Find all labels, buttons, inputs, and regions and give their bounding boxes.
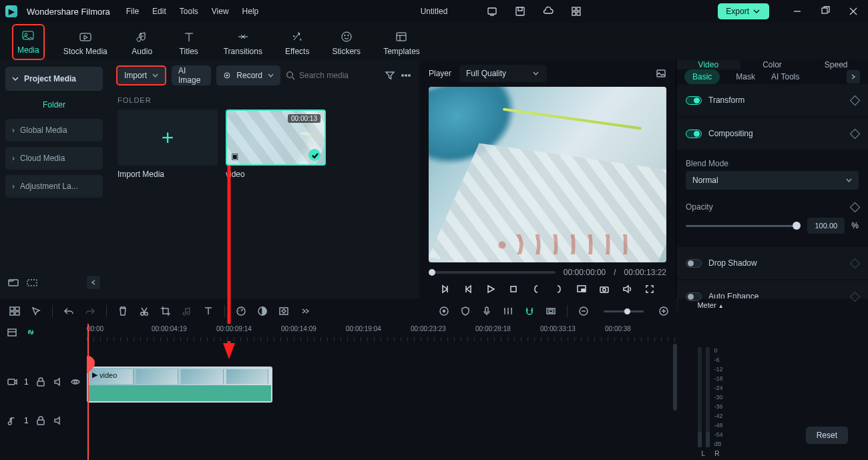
- timeline-ruler[interactable]: 00:0000:00:04:1900:00:09:1400:00:14:0900…: [87, 324, 678, 341]
- magnet-icon[interactable]: [524, 306, 535, 316]
- timeline-scrollbar[interactable]: [673, 344, 677, 411]
- sidebar-item-cloud[interactable]: ›Cloud Media: [5, 147, 103, 170]
- step-back-icon[interactable]: [463, 284, 473, 294]
- import-media-card[interactable]: +: [118, 109, 218, 166]
- menu-edit[interactable]: Edit: [152, 7, 166, 16]
- menu-file[interactable]: File: [126, 7, 139, 16]
- prev-frame-icon[interactable]: [440, 284, 451, 294]
- cloud-icon[interactable]: [543, 6, 554, 17]
- nav-transitions[interactable]: Transitions: [220, 27, 266, 60]
- timeline-options-icon[interactable]: [7, 327, 17, 338]
- record-button[interactable]: Record: [216, 65, 280, 85]
- subtab-more[interactable]: [847, 70, 860, 83]
- grid-icon[interactable]: [571, 6, 582, 17]
- maximize-icon[interactable]: [820, 6, 831, 17]
- transform-toggle[interactable]: [686, 96, 702, 105]
- autoenhance-toggle[interactable]: [686, 292, 702, 301]
- redo-icon[interactable]: [85, 306, 95, 316]
- keyframe-icon[interactable]: [850, 258, 861, 268]
- more-tools-icon[interactable]: [300, 306, 310, 316]
- tab-speed[interactable]: Speed: [804, 60, 868, 69]
- mute-icon[interactable]: [53, 377, 63, 387]
- zoom-in-icon[interactable]: [658, 306, 669, 316]
- zoom-slider[interactable]: [604, 310, 644, 312]
- ai-image-button[interactable]: AI Image: [172, 65, 211, 85]
- nav-audio[interactable]: Audio: [126, 27, 158, 60]
- audio-track-head[interactable]: 1: [0, 401, 87, 440]
- eye-icon[interactable]: [70, 377, 81, 387]
- nav-titles[interactable]: Titles: [173, 27, 205, 60]
- pip-icon[interactable]: [576, 284, 587, 294]
- split-icon[interactable]: [139, 306, 150, 316]
- frame-icon[interactable]: [546, 306, 556, 316]
- voice-icon[interactable]: [481, 306, 492, 316]
- display-icon[interactable]: [487, 6, 497, 17]
- subtab-ai[interactable]: AI Tools: [771, 72, 799, 81]
- opacity-value[interactable]: 100.00: [807, 218, 845, 234]
- collapse-sidebar-button[interactable]: [87, 276, 100, 289]
- snapshot-gallery-icon[interactable]: [656, 68, 666, 79]
- player-seekbar[interactable]: [429, 271, 556, 274]
- mute-icon[interactable]: [53, 415, 63, 426]
- snapshot-icon[interactable]: [599, 284, 610, 294]
- more-icon[interactable]: [401, 70, 411, 81]
- text-icon[interactable]: [203, 306, 214, 316]
- stop-icon[interactable]: [508, 284, 519, 294]
- compositing-toggle[interactable]: [686, 130, 702, 138]
- play-icon[interactable]: [485, 284, 496, 294]
- sidebar-item-adjustment[interactable]: ›Adjustment La...: [5, 175, 103, 198]
- nav-stickers[interactable]: Stickers: [328, 27, 365, 60]
- volume-icon[interactable]: [622, 284, 632, 294]
- opacity-slider[interactable]: [686, 225, 801, 227]
- new-folder-icon[interactable]: [8, 277, 19, 288]
- timeline-body[interactable]: 00:0000:00:04:1900:00:09:1400:00:14:0900…: [87, 324, 678, 460]
- player-preview[interactable]: [429, 87, 666, 262]
- video-track-head[interactable]: 1: [0, 363, 87, 401]
- nav-templates[interactable]: Templates: [379, 27, 424, 60]
- import-button[interactable]: Import: [116, 65, 166, 85]
- keyframe-icon[interactable]: [850, 128, 861, 139]
- music-beat-icon[interactable]: [182, 306, 192, 316]
- blend-mode-select[interactable]: Normal: [686, 171, 859, 190]
- nav-stock[interactable]: Stock Media: [59, 27, 112, 60]
- keyframe-icon[interactable]: [850, 95, 861, 105]
- fullscreen-icon[interactable]: [644, 284, 655, 294]
- timeline-clip[interactable]: ▶ video: [87, 367, 272, 403]
- nav-effects[interactable]: Effects: [281, 27, 313, 60]
- menu-view[interactable]: View: [212, 7, 229, 16]
- close-icon[interactable]: [848, 6, 859, 17]
- menu-tools[interactable]: Tools: [180, 7, 198, 16]
- marker-icon[interactable]: [439, 306, 449, 316]
- delete-icon[interactable]: [118, 306, 128, 316]
- tab-color[interactable]: Color: [740, 60, 805, 69]
- shield-icon[interactable]: [460, 306, 471, 316]
- project-media-button[interactable]: Project Media: [5, 67, 103, 91]
- layout-icon[interactable]: [9, 306, 20, 316]
- lock-icon[interactable]: [35, 377, 46, 387]
- playhead[interactable]: [87, 324, 89, 460]
- filter-icon[interactable]: [385, 70, 395, 81]
- speed-icon[interactable]: [236, 306, 246, 316]
- crop-icon[interactable]: [160, 306, 171, 316]
- mark-in-icon[interactable]: [531, 284, 541, 294]
- lock-icon[interactable]: [35, 415, 46, 426]
- keyframe-panel-icon[interactable]: [278, 306, 289, 316]
- mark-out-icon[interactable]: [554, 284, 564, 294]
- search-input[interactable]: [299, 71, 379, 80]
- subtab-basic[interactable]: Basic: [684, 69, 720, 84]
- save-icon[interactable]: [515, 6, 525, 17]
- export-button[interactable]: Export: [718, 3, 769, 19]
- dropshadow-toggle[interactable]: [686, 259, 702, 268]
- select-tool-icon[interactable]: [31, 306, 41, 316]
- link-icon[interactable]: [25, 327, 36, 338]
- nav-media[interactable]: Media: [12, 24, 45, 60]
- new-bin-icon[interactable]: [27, 277, 37, 288]
- sidebar-item-global[interactable]: ›Global Media: [5, 119, 103, 142]
- mixer-icon[interactable]: [503, 306, 513, 316]
- quality-dropdown[interactable]: Full Quality: [459, 65, 547, 82]
- keyframe-icon[interactable]: [850, 202, 861, 212]
- folder-label[interactable]: Folder: [5, 96, 103, 113]
- subtab-mask[interactable]: Mask: [736, 72, 755, 81]
- menu-help[interactable]: Help: [242, 7, 259, 16]
- color-icon[interactable]: [257, 306, 268, 316]
